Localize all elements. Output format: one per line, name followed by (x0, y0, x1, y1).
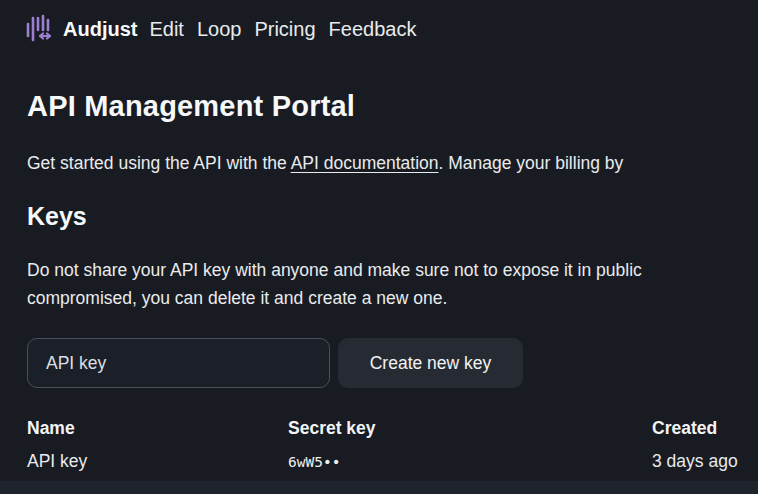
bottom-strip (0, 481, 758, 494)
table-header-row: Name Secret key Created (27, 415, 758, 441)
brand-name[interactable]: Audjust (63, 18, 137, 41)
create-new-key-button[interactable]: Create new key (338, 338, 523, 388)
column-header-secret-key: Secret key (288, 415, 652, 441)
api-key-name-input[interactable] (27, 338, 330, 388)
keys-section-title: Keys (27, 200, 758, 232)
nav-item-loop[interactable]: Loop (197, 18, 242, 41)
waveform-stretch-icon[interactable] (24, 14, 54, 44)
created-cell: 3 days ago (652, 448, 758, 474)
intro-after-link: . Manage your billing by (439, 153, 624, 173)
api-keys-table: Name Secret key Created API key 6wW5•• 3… (27, 415, 758, 475)
top-nav-bar: Audjust Edit Loop Pricing Feedback (0, 0, 758, 44)
nav-item-edit[interactable]: Edit (149, 18, 183, 41)
key-warning-line2: compromised, you can delete it and creat… (27, 284, 758, 312)
secret-key-cell: 6wW5•• (288, 449, 652, 475)
nav-item-pricing[interactable]: Pricing (254, 18, 315, 41)
intro-before-link: Get started using the API with the (27, 153, 291, 173)
key-warning-text: Do not share your API key with anyone an… (27, 256, 758, 312)
column-header-name: Name (27, 415, 288, 441)
main-nav: Edit Loop Pricing Feedback (149, 18, 416, 41)
page-title: API Management Portal (27, 88, 758, 124)
table-row: API key 6wW5•• 3 days ago (27, 448, 758, 475)
column-header-created: Created (652, 415, 758, 441)
api-documentation-link[interactable]: API documentation (291, 153, 439, 173)
main-content: API Management Portal Get started using … (0, 88, 758, 475)
key-warning-line1: Do not share your API key with anyone an… (27, 256, 758, 284)
key-controls: Create new key (27, 338, 758, 388)
nav-item-feedback[interactable]: Feedback (329, 18, 417, 41)
key-name-cell: API key (27, 448, 288, 474)
intro-text: Get started using the API with the API d… (27, 150, 758, 176)
